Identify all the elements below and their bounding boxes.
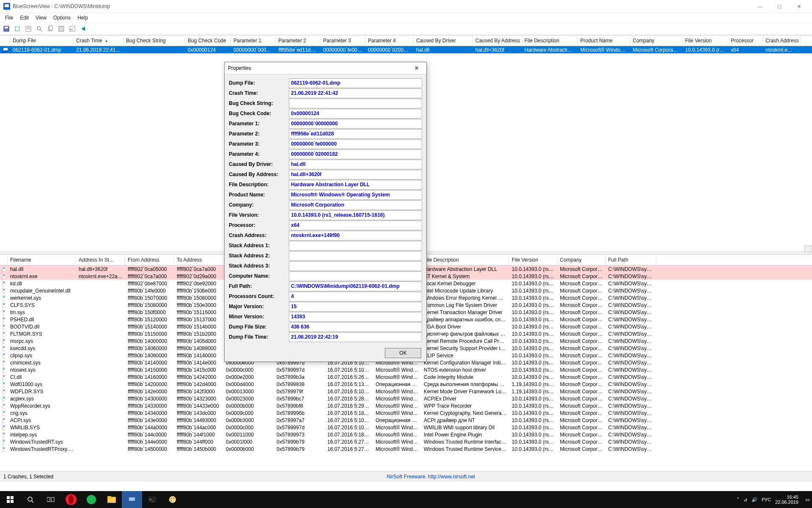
status-link[interactable]: NirSoft Freeware. http://www.nirsoft.net [387, 474, 475, 480]
menu-view[interactable]: View [32, 14, 50, 22]
explorer-icon[interactable] [102, 491, 122, 508]
copy-icon[interactable] [45, 24, 55, 34]
opera-icon[interactable] [61, 491, 81, 508]
prop-value[interactable] [289, 99, 422, 108]
prop-value[interactable]: C:\WINDOWS\Minidump\062119-6062-01.dmp [289, 282, 422, 291]
properties-icon[interactable] [23, 24, 33, 34]
driver-row[interactable]: CI.dllfffff80b`14160000fffff80b`14242000… [0, 373, 812, 381]
bot-col-8[interactable]: File Description [421, 255, 509, 265]
dialog-ok-button[interactable]: OK [385, 348, 421, 358]
top-col-7[interactable]: Parameter 4 [365, 36, 414, 46]
bot-col-1[interactable]: Address In St… [76, 255, 125, 265]
bluescreenview-icon[interactable] [122, 491, 142, 508]
driver-cell: Microsoft Corpora… [557, 360, 606, 366]
tray-volume-icon[interactable]: 🔊 [752, 497, 757, 502]
driver-row[interactable]: ACPI.sysfffff80b`143e0000fffff80b`144930… [0, 417, 812, 424]
top-col-2[interactable]: Bug Check String [123, 36, 185, 46]
maximize-button[interactable]: ▢ [770, 0, 789, 13]
prop-value[interactable]: hal.dll [289, 160, 422, 169]
top-col-13[interactable]: File Version [683, 36, 728, 46]
terminal-icon[interactable]: >_ [142, 491, 162, 508]
top-col-14[interactable]: Processor [728, 36, 763, 46]
bot-col-10[interactable]: Company [557, 255, 606, 265]
prop-value[interactable]: 15 [289, 302, 422, 312]
task-view-button[interactable] [41, 491, 61, 508]
prop-value[interactable]: 00000000`00000000 [289, 119, 422, 129]
bot-col-2[interactable]: From Address [125, 255, 174, 265]
dump-row[interactable]: 062119-6062-01.dmp 21.06.2019 22:41:42 0… [0, 46, 812, 53]
prop-value[interactable]: Microsoft Corporation [289, 200, 422, 210]
top-col-8[interactable]: Caused By Driver [414, 36, 473, 46]
menu-edit[interactable]: Edit [16, 14, 32, 22]
driver-row[interactable]: intelpep.sysfffff80b`144c0000fffff80b`14… [0, 431, 812, 438]
bot-col-9[interactable]: File Version [509, 255, 557, 265]
top-col-1[interactable]: Crash Time▲ [74, 36, 123, 46]
top-col-6[interactable]: Parameter 3 [321, 36, 365, 46]
bot-col-3[interactable]: To Address [174, 255, 223, 265]
prop-value[interactable] [289, 241, 422, 251]
driver-row[interactable]: WppRecorder.sysfffff80b`14330000fffff80b… [0, 402, 812, 409]
top-col-11[interactable]: Product Name [578, 36, 630, 46]
top-col-3[interactable]: Bug Check Code [185, 36, 231, 46]
prop-value[interactable] [289, 261, 422, 271]
driver-row[interactable]: WDFLDR.SYSfffff80b`142e0000fffff80b`142f… [0, 388, 812, 395]
search-button[interactable] [20, 491, 41, 508]
prop-value[interactable]: 14393 [289, 312, 422, 322]
prop-value[interactable]: 00000000`fe000000 [289, 139, 422, 149]
find-icon[interactable] [34, 24, 44, 34]
dialog-close-icon[interactable]: ✕ [410, 65, 423, 71]
driver-row[interactable]: acpiex.sysfffff80b`14300000fffff80b`1432… [0, 395, 812, 402]
top-col-4[interactable]: Parameter 1 [231, 36, 276, 46]
prop-value[interactable]: Hardware Abstraction Layer DLL [289, 180, 422, 190]
menu-options[interactable]: Options [50, 14, 74, 22]
prop-value[interactable]: 4 [289, 292, 422, 301]
tray-clock[interactable]: 16:45 22.06.2019 [775, 494, 801, 505]
html-report-icon[interactable]: H [67, 24, 77, 34]
driver-cell: fffff80b`1506e000 [174, 288, 223, 294]
prop-value[interactable]: x64 [289, 221, 422, 230]
driver-row[interactable]: WMILIB.SYSfffff80b`144a0000fffff80b`144a… [0, 424, 812, 431]
prop-value[interactable]: 062119-6062-01.dmp [289, 78, 422, 88]
driver-row[interactable]: WindowsTrustedRTProxy.sysfffff80b`145000… [0, 445, 812, 453]
prop-value[interactable]: 10.0.14393.0 (rs1_release.160715-1616) [289, 210, 422, 220]
bot-col-11[interactable]: Full Path [606, 255, 656, 265]
prop-value[interactable]: 21.06.2019 22:42:19 [289, 332, 422, 342]
menu-file[interactable]: File [2, 14, 16, 22]
app-icon-1[interactable] [81, 491, 102, 508]
top-col-0[interactable]: Dump File [10, 36, 74, 46]
top-col-12[interactable]: Company [630, 36, 683, 46]
close-button[interactable]: ✕ [789, 0, 809, 13]
prop-value[interactable]: 21.06.2019 22:41:42 [289, 88, 422, 98]
prop-value[interactable]: hal.dll+3620f [289, 170, 422, 179]
prop-value[interactable]: Microsoft® Windows® Operating System [289, 190, 422, 200]
driver-row[interactable]: Wdf01000.sysfffff80b`14200000fffff80b`14… [0, 381, 812, 388]
prop-value[interactable] [289, 271, 422, 281]
start-button[interactable] [0, 491, 20, 508]
exit-icon[interactable] [78, 24, 88, 34]
top-col-9[interactable]: Caused By Address [473, 36, 522, 46]
tray-chevron-icon[interactable]: ˄ [737, 497, 739, 502]
prop-value[interactable] [289, 251, 422, 261]
driver-row[interactable]: cng.sysfffff80b`14340000fffff80b`143dc00… [0, 409, 812, 417]
prop-value[interactable]: 436 636 [289, 322, 422, 332]
refresh-icon[interactable] [12, 24, 22, 34]
save-icon[interactable] [1, 24, 11, 34]
top-col-5[interactable]: Parameter 2 [276, 36, 321, 46]
minimize-button[interactable]: — [750, 0, 770, 13]
top-col-10[interactable]: File Description [522, 36, 578, 46]
prop-value[interactable]: ffff958e`ed11d028 [289, 129, 422, 139]
tray-notifications-icon[interactable]: ▭ [805, 497, 809, 502]
tray-network-icon[interactable]: ⊿ [743, 497, 747, 502]
prop-value[interactable]: 0x00000124 [289, 109, 422, 119]
bot-col-0[interactable]: Filename [8, 255, 76, 265]
menu-help[interactable]: Help [74, 14, 91, 22]
driver-row[interactable]: WindowsTrustedRT.sysfffff80b`144e0000fff… [0, 438, 812, 445]
tray-lang[interactable]: РУС [762, 497, 771, 502]
driver-row[interactable]: ntosext.sysfffff80b`14150000fffff80b`141… [0, 366, 812, 373]
paint-icon[interactable] [162, 491, 183, 508]
dialog-titlebar[interactable]: Properties ✕ [225, 62, 426, 75]
prop-value[interactable]: 00000000`02000182 [289, 149, 422, 159]
top-col-15[interactable]: Crash Address [763, 36, 801, 46]
prop-value[interactable]: ntoskrnl.exe+149f90 [289, 231, 422, 240]
options-icon[interactable] [56, 24, 66, 34]
